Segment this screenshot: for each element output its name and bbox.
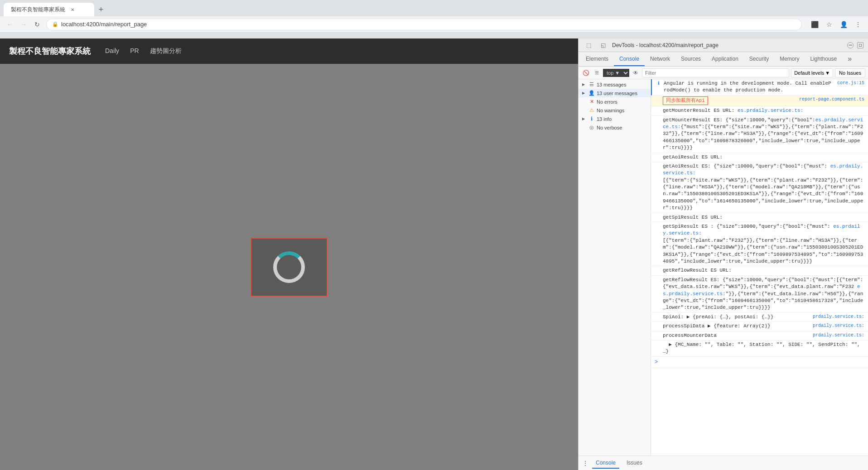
no-issues-button[interactable]: No Issues: [835, 68, 865, 77]
tab-security[interactable]: Security: [744, 52, 774, 66]
tab-application[interactable]: Application: [706, 52, 744, 66]
log-source-api-load[interactable]: report-page.component.ts: [799, 96, 864, 103]
log-entry-mounter-url: getMounterResult ES URL: es.prdaily.serv…: [651, 106, 868, 115]
tab-sources[interactable]: Sources: [675, 52, 706, 66]
bottom-tab-console[interactable]: Console: [592, 458, 619, 469]
browser-action-icons: ⬛ ☆ 👤 ⋮: [808, 18, 864, 31]
log-entry-reflow-url: getReflowResult ES URL:: [651, 266, 868, 275]
devtools-title: DevTools - localhost:4200/main/report_pa…: [612, 42, 844, 48]
log-icon-reflow-es: [655, 277, 661, 277]
log-entry-spiaoi: SpiAoi: ▶ {preAoi: {…}, postAoi: {…}} pr…: [651, 313, 868, 322]
filter-input[interactable]: [642, 68, 789, 77]
reload-button[interactable]: ↻: [31, 18, 43, 31]
user-messages-label: 13 user messages: [597, 91, 647, 96]
tab-title: 製程不良智能專家系統: [11, 6, 65, 14]
log-entry-prompt[interactable]: >: [651, 357, 868, 369]
log-info-icon: ℹ: [656, 80, 662, 87]
clear-console-button[interactable]: 🚫: [581, 68, 590, 77]
messages-icon: ☰: [588, 82, 595, 87]
nav-buttons: ← → ↻: [4, 18, 43, 31]
sidebar-item-messages[interactable]: ▶ ☰ 13 messages: [579, 80, 651, 89]
log-entry-spidata: processSpiData ▶ {feature: Array(2)} prd…: [651, 322, 868, 331]
sidebar-item-errors[interactable]: ✕ No errors: [579, 97, 651, 106]
log-entry-spi-url: getSpiResult ES URL:: [651, 213, 868, 222]
expand-arrow-messages: ▶: [582, 82, 587, 86]
console-content: ▶ ☰ 13 messages ▶ 👤 13 user messages ✕ N…: [579, 79, 868, 456]
log-text-aoi-url: getAoiResult ES URL:: [663, 154, 864, 161]
toggle-sidebar-button[interactable]: ☰: [592, 68, 601, 77]
log-text-mcname: ▶ {MC_Name: "", Table: "", Station: "", …: [663, 341, 864, 355]
messages-label: 13 messages: [597, 82, 647, 87]
tab-more[interactable]: »: [842, 52, 857, 66]
log-entry-reflow-es: getReflowResult ES: {"size":10000,"query…: [651, 276, 868, 313]
menu-icon[interactable]: ⋮: [852, 18, 864, 31]
log-text-spi-es: getSpiResult ES : {"size":10000,"query":…: [663, 223, 864, 265]
devtools-panel: ⬚ ◱ DevTools - localhost:4200/main/repor…: [578, 38, 868, 470]
sidebar-item-user-messages[interactable]: ▶ 👤 13 user messages: [579, 89, 651, 97]
tab-memory[interactable]: Memory: [774, 52, 805, 66]
log-source-angular[interactable]: core.js:15: [837, 80, 864, 86]
console-sidebar: ▶ ☰ 13 messages ▶ 👤 13 user messages ✕ N…: [579, 79, 651, 456]
browser-toolbar: ← → ↻ 🔒 localhost:4200/main/report_page …: [0, 16, 868, 33]
devtools-tabs-bar: Elements Console Network Sources Applica…: [579, 52, 868, 67]
back-button[interactable]: ←: [4, 18, 16, 31]
log-source-mounterdata[interactable]: prdaily.service.ts:: [813, 332, 864, 339]
spinner-container: [251, 238, 328, 297]
nav-item-trend[interactable]: 趨勢圖分析: [150, 47, 182, 55]
browser-tabs: 製程不良智能專家系統 ✕ +: [0, 0, 868, 16]
log-text-reflow-url: getReflowResult ES URL:: [663, 267, 864, 274]
default-levels-button[interactable]: Default levels ▼: [791, 68, 833, 77]
profile-icon[interactable]: 👤: [837, 18, 850, 31]
log-icon-mounter-url: [655, 107, 661, 108]
log-text-mounter-es: getMounterResult ES: {"size":10000,"quer…: [663, 117, 864, 152]
log-icon-spi-url: [655, 214, 661, 215]
address-bar[interactable]: 🔒 localhost:4200/main/report_page: [46, 19, 802, 30]
warning-icon: ⚠: [588, 107, 595, 113]
log-icon-reflow-url: [655, 267, 661, 268]
devtools-bottom-bar: ⋮ Console Issues: [579, 456, 868, 470]
devtools-undock-icon[interactable]: ◱: [598, 40, 608, 51]
log-source-spiaoi[interactable]: prdaily.service.ts:: [813, 314, 864, 320]
nav-item-pr[interactable]: PR: [130, 47, 139, 55]
devtools-dock-icon[interactable]: ⬚: [583, 40, 594, 51]
app-header: 製程不良智能專家系統 Daily PR 趨勢圖分析: [0, 38, 578, 64]
log-icon-aoi-url: [655, 154, 661, 154]
sidebar-item-info[interactable]: ▶ ℹ 13 info: [579, 115, 651, 123]
sidebar-item-warnings[interactable]: ⚠ No warnings: [579, 106, 651, 115]
log-icon-spi-es: [655, 223, 661, 224]
log-text-angular: Angular is running in the development mo…: [664, 80, 834, 94]
log-entry-aoi-url: getAoiResult ES URL:: [651, 153, 868, 162]
log-entry-aoi-es: getAoiResult ES: {"size":10000,"query":{…: [651, 162, 868, 213]
tab-console[interactable]: Console: [614, 52, 645, 66]
context-selector[interactable]: top ▼: [603, 69, 629, 77]
log-icon-mounter-es: [655, 117, 661, 117]
devtools-minimize-button[interactable]: ─: [847, 42, 854, 48]
browser-chrome: 製程不良智能專家系統 ✕ + ← → ↻ 🔒 localhost:4200/ma…: [0, 0, 868, 38]
tab-network[interactable]: Network: [645, 52, 675, 66]
log-icon-mcname: [655, 341, 661, 342]
nav-item-daily[interactable]: Daily: [105, 47, 119, 55]
bottom-tab-issues[interactable]: Issues: [623, 458, 646, 469]
tab-elements[interactable]: Elements: [580, 52, 614, 66]
log-source-spidata[interactable]: prdaily.service.ts:: [813, 323, 864, 329]
url-text: localhost:4200/main/report_page: [61, 21, 147, 28]
forward-button[interactable]: →: [17, 18, 30, 31]
console-toolbar: 🚫 ☰ top ▼ 👁 Default levels ▼ No Issues: [579, 67, 868, 79]
expand-arrow-user: ▶: [582, 91, 587, 95]
extensions-icon[interactable]: ⬛: [808, 18, 821, 31]
app-nav: Daily PR 趨勢圖分析: [105, 47, 182, 55]
devtools-maximize-button[interactable]: □: [857, 42, 863, 48]
inspect-icon[interactable]: 👁: [631, 68, 640, 77]
console-input[interactable]: [660, 359, 864, 364]
devtools-settings-icon[interactable]: ⋮: [582, 460, 588, 467]
new-tab-button[interactable]: +: [94, 3, 108, 16]
log-text-mounterdata: processMounterData: [663, 332, 809, 339]
active-tab[interactable]: 製程不良智能專家系統 ✕: [4, 3, 94, 16]
tab-lighthouse[interactable]: Lighthouse: [805, 52, 843, 66]
log-entry-api-load: 同步加載所有Api report-page.component.ts: [651, 96, 868, 106]
tab-close-button[interactable]: ✕: [69, 6, 76, 13]
bookmark-icon[interactable]: ☆: [823, 18, 835, 31]
sidebar-item-verbose[interactable]: ◎ No verbose: [579, 123, 651, 132]
main-layout: 製程不良智能專家系統 Daily PR 趨勢圖分析 ⬚ ◱ DevTools -…: [0, 38, 868, 470]
console-log-area: ℹ Angular is running in the development …: [651, 79, 868, 456]
